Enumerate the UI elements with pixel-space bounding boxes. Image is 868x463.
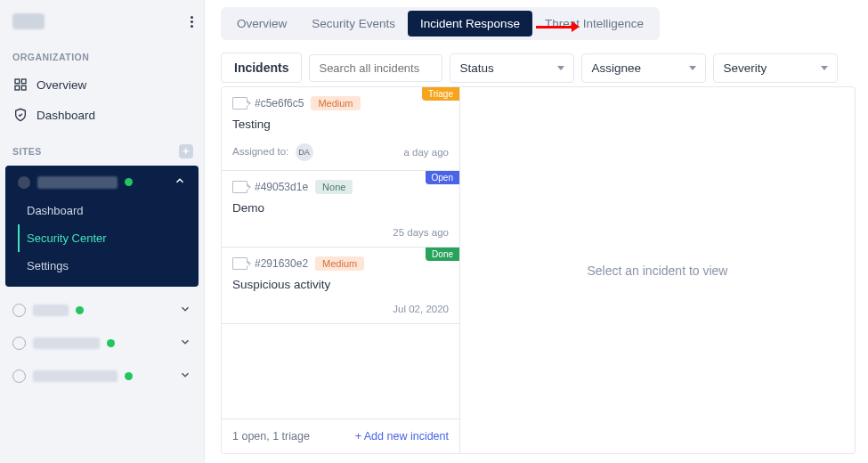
shield-check-icon xyxy=(12,107,28,123)
collapsed-site-name xyxy=(33,370,118,382)
sidebar-section-sites: SITES + xyxy=(0,130,204,162)
sidebar-top xyxy=(0,0,204,37)
collapsed-site-name xyxy=(33,305,69,316)
chevron-down-icon xyxy=(179,369,191,384)
active-site-panel: Dashboard Security Center Settings xyxy=(5,166,199,287)
sidebar-section-organization: ORGANIZATION xyxy=(0,37,204,69)
detail-placeholder: Select an incident to view xyxy=(588,264,728,278)
caret-down-icon xyxy=(689,66,696,70)
filter-assignee[interactable]: Assignee xyxy=(581,53,706,83)
incident-card[interactable]: Triage #c5e6f6c5 Medium Testing Assigned… xyxy=(222,87,459,171)
incident-card[interactable]: Open #49053d1e None Demo 25 days ago xyxy=(222,171,459,248)
sidebar-item-label: Overview xyxy=(37,78,86,92)
sidebar-item-overview[interactable]: Overview xyxy=(0,69,204,100)
toolbar-title: Incidents xyxy=(221,53,302,83)
tab-overview[interactable]: Overview xyxy=(224,11,299,37)
collapsed-site-row-2[interactable] xyxy=(0,327,204,360)
filter-status-label: Status xyxy=(459,61,493,75)
collapsed-site-name xyxy=(33,337,100,349)
incident-id: #291630e2 xyxy=(255,257,308,270)
chevron-down-icon xyxy=(179,303,191,318)
globe-icon xyxy=(18,176,30,189)
caret-down-icon xyxy=(821,66,828,70)
chevron-down-icon xyxy=(179,336,191,351)
incident-id: #c5e6f6c5 xyxy=(255,97,304,110)
incident-card[interactable]: Done #291630e2 Medium Suspicious activit… xyxy=(222,248,459,324)
incident-detail: Select an incident to view xyxy=(460,87,855,453)
incident-id: #49053d1e xyxy=(255,181,308,193)
app-root: ORGANIZATION Overview Dashboard SITES + xyxy=(0,0,868,463)
filter-assignee-label: Assignee xyxy=(591,61,641,75)
svg-rect-0 xyxy=(15,79,20,84)
sidebar-section-sites-label: SITES xyxy=(12,146,42,157)
site-sub-security-center[interactable]: Security Center xyxy=(18,224,199,252)
sidebar: ORGANIZATION Overview Dashboard SITES + xyxy=(0,0,205,463)
site-status-dot xyxy=(125,178,133,186)
severity-pill: Medium xyxy=(311,96,360,110)
globe-icon xyxy=(12,370,26,383)
collapsed-site-row-1[interactable] xyxy=(0,294,204,327)
grid-icon xyxy=(12,77,28,93)
tag-icon xyxy=(232,97,247,110)
severity-pill: None xyxy=(315,180,353,194)
kebab-menu-icon[interactable] xyxy=(191,16,193,28)
filter-status[interactable]: Status xyxy=(450,53,574,83)
svg-rect-1 xyxy=(21,79,26,84)
severity-pill: Medium xyxy=(315,256,364,271)
globe-icon xyxy=(12,304,26,317)
tab-security-events[interactable]: Security Events xyxy=(299,11,408,37)
add-incident-link[interactable]: + Add new incident xyxy=(355,430,449,443)
filter-severity-label: Severity xyxy=(723,61,767,75)
org-logo xyxy=(12,13,45,29)
assigned-to-label: Assigned to: xyxy=(232,146,288,157)
chevron-up-icon xyxy=(174,175,186,190)
site-sub-settings[interactable]: Settings xyxy=(18,252,199,280)
search-input[interactable] xyxy=(319,61,433,75)
tag-icon xyxy=(232,257,247,270)
incident-list-footer: 1 open, 1 triage + Add new incident xyxy=(222,418,459,453)
sidebar-item-label: Dashboard xyxy=(37,109,95,122)
site-status-dot xyxy=(125,372,133,380)
svg-rect-2 xyxy=(21,85,26,90)
tab-incident-response[interactable]: Incident Response xyxy=(408,11,532,37)
incident-title: Testing xyxy=(232,118,449,131)
status-chip: Open xyxy=(426,171,459,184)
globe-icon xyxy=(12,337,26,350)
incident-summary: 1 open, 1 triage xyxy=(232,430,310,443)
incident-list: Triage #c5e6f6c5 Medium Testing Assigned… xyxy=(222,87,460,453)
main-content: Overview Security Events Incident Respon… xyxy=(205,0,868,463)
tab-bar: Overview Security Events Incident Respon… xyxy=(221,7,660,40)
content-area: Triage #c5e6f6c5 Medium Testing Assigned… xyxy=(221,86,856,454)
svg-rect-3 xyxy=(15,85,20,90)
incident-time: 25 days ago xyxy=(393,227,449,238)
incident-list-body[interactable]: Triage #c5e6f6c5 Medium Testing Assigned… xyxy=(222,87,459,418)
incident-title: Demo xyxy=(232,201,449,215)
assignee-avatar: DA xyxy=(296,143,313,161)
toolbar: Incidents Status Assignee Severity xyxy=(221,53,856,83)
site-status-dot xyxy=(76,306,84,314)
incident-title: Suspicious activity xyxy=(232,278,449,291)
add-site-icon[interactable]: + xyxy=(179,144,193,158)
search-box[interactable] xyxy=(309,54,442,82)
status-chip: Triage xyxy=(422,87,459,101)
active-site-row[interactable] xyxy=(5,166,199,197)
collapsed-site-row-3[interactable] xyxy=(0,360,204,393)
active-site-name xyxy=(37,176,118,189)
incident-time: a day ago xyxy=(403,147,449,158)
sidebar-item-dashboard[interactable]: Dashboard xyxy=(0,100,204,130)
status-chip: Done xyxy=(426,248,459,261)
tab-threat-intelligence[interactable]: Threat Intelligence xyxy=(532,11,656,37)
filter-severity[interactable]: Severity xyxy=(713,53,838,83)
caret-down-icon xyxy=(557,66,564,70)
incident-time: Jul 02, 2020 xyxy=(393,304,449,314)
site-sub-dashboard[interactable]: Dashboard xyxy=(18,197,199,224)
site-status-dot xyxy=(107,339,115,347)
tag-icon xyxy=(232,181,247,193)
